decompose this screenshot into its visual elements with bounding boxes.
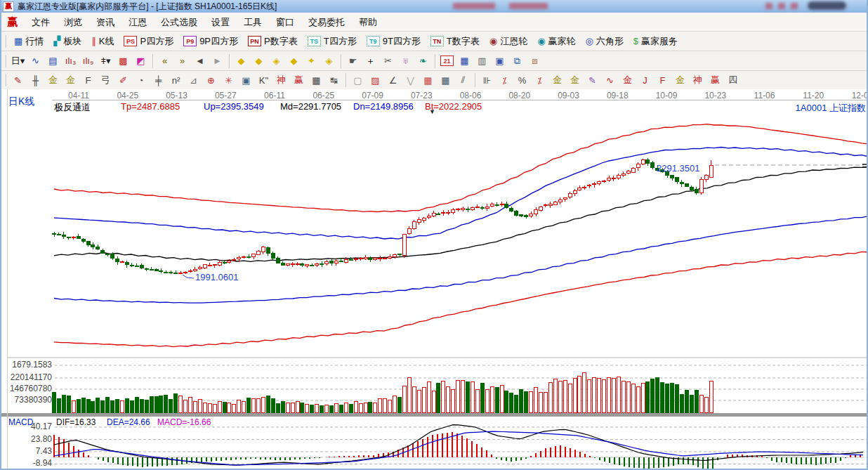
purple-tool[interactable]: ♅ [397,53,414,69]
ying-angle-icon[interactable]: 赢 [707,72,723,89]
tb-winner-service[interactable]: $赢家服务 [629,35,683,48]
boxed-grid-icon[interactable]: ▣ [238,72,254,89]
target-red-icon[interactable]: ⊕ [203,72,219,89]
save-icon[interactable]: ▣ [492,53,508,69]
menu-trade-entrust[interactable]: 交易委托 [301,17,352,27]
tb-t-square[interactable]: TST四方形 [303,35,362,48]
chart-canvas[interactable]: 2291.35011991.0601 [1,89,868,470]
percent-icon[interactable]: % [514,72,530,89]
indicator-dropdown-caret[interactable]: ▼ [429,108,435,115]
percent-levels-icon[interactable]: ⁒ [532,72,548,89]
n-squared-icon[interactable]: n² [168,72,184,89]
jump-end-button[interactable]: » [174,53,190,69]
draw-pencil-icon[interactable]: ✎ [10,72,26,89]
time-cycle-icon[interactable]: ◔ [133,72,149,89]
period-day-dropdown[interactable]: 日▾ [10,53,26,69]
gold-circle-icon[interactable]: 金 [549,72,565,89]
jump-start-button[interactable]: « [157,53,173,69]
tb-sectors[interactable]: ▞板块 [48,35,86,48]
export-screen-icon[interactable]: ⧉ [509,53,525,69]
gold-angle-icon[interactable]: 金 [672,72,688,89]
candle-type-dropdown[interactable]: ǂ▾ [98,53,114,69]
k-quote-icon[interactable]: K" [256,72,272,89]
width-arrows-icon[interactable]: ↹ [326,72,342,89]
percent-line-red-icon[interactable]: ⁒ [497,72,513,89]
kline-period-label[interactable]: 日K线 [8,96,34,108]
tb-p-table[interactable]: PNP数字表 [243,35,303,48]
grid-dark-icon[interactable]: ▦ [438,72,454,89]
ruler2-icon[interactable]: ╪ [150,72,166,89]
ray-fan-red-icon[interactable]: ▨ [367,72,383,89]
flag-chart-icon[interactable]: ◩ [133,53,149,69]
f-grid-icon[interactable]: F [80,72,96,89]
chart-3-icon[interactable]: ılı₃ [63,53,79,69]
bow-spiral-icon[interactable]: 弓 [98,72,114,89]
gold-levels-icon[interactable]: 金 [567,72,583,89]
wave-red-icon[interactable]: ∿ [602,72,618,89]
nav-diamond-left[interactable]: ◆ [233,53,249,69]
zigzag-wave-icon[interactable]: ∿ [27,53,44,69]
f-angle-icon[interactable]: F [655,72,671,89]
tb-9t-square[interactable]: T99T四方形 [362,35,426,48]
indicator-name-label[interactable]: 极反通道 [54,101,91,112]
tb-winner-wheel[interactable]: ◉赢家轮 [532,35,580,48]
menu-window[interactable]: 窗口 [269,17,301,27]
menu-gann[interactable]: 江恩 [121,17,154,27]
cut-measure-tool[interactable]: ✂ [380,53,396,69]
menu-help[interactable]: 帮助 [352,17,384,27]
j-angle-icon[interactable]: J [637,72,653,89]
pencil2-icon[interactable]: ✐ [115,72,131,89]
nav-diamond-all[interactable]: ◈ [321,53,337,69]
nav-diamond-h[interactable]: ◈ [268,53,284,69]
menu-file[interactable]: 文件 [25,17,57,27]
symbol-label[interactable]: 1A0001 上证指数 [796,102,866,115]
step-forward-button[interactable]: ► [209,53,225,69]
parallel-lines-icon[interactable]: ⫽ [455,72,471,89]
tb-quotes[interactable]: ▦行情 [9,35,48,48]
nav-diamond-x[interactable]: ◆ [286,53,302,69]
pencil-bit-icon[interactable]: ✎ [584,72,600,89]
menu-formula-stock-pick[interactable]: 公式选股 [154,17,204,27]
tb-hexagon[interactable]: ◎六角形 [580,35,628,48]
frame-box-icon[interactable]: ▢ [350,72,366,89]
note-list-icon[interactable]: ▤ [45,53,61,69]
crosshair-tool[interactable]: ＋ [362,53,379,69]
shen-angle-icon[interactable]: 神 [690,72,706,89]
v-dots-icon[interactable]: ⋁ [402,72,419,89]
remote-service-icon[interactable]: ⧈ [527,53,543,69]
menu-settings[interactable]: 设置 [204,17,237,27]
menu-browse[interactable]: 浏览 [57,17,89,27]
teal-tool[interactable]: ❧ [415,53,431,69]
shen-tool-icon[interactable]: 神 [273,72,289,89]
gold-grid-icon[interactable]: 金 [45,72,61,89]
gold-underline-icon[interactable]: 金 [619,72,636,89]
percent-levels-icon-glyph: ⁒ [538,75,542,86]
nav-diamond-star[interactable]: ✦ [303,53,320,69]
gold-grid2-icon[interactable]: 金 [63,72,79,89]
menu-news[interactable]: 资讯 [89,17,121,27]
trend-lines-icon[interactable]: ∠ [385,72,401,89]
starburst-icon[interactable]: ✳ [221,72,237,89]
calculator-icon[interactable]: ▦ [456,53,473,69]
tb-t-table[interactable]: TNT数字表 [426,35,485,48]
grid-red-icon[interactable]: ▦ [420,72,436,89]
grid-123-icon[interactable]: ▦ [308,72,324,89]
chart-9-icon[interactable]: ılı₉ [80,53,96,69]
tb-gann-wheel[interactable]: ◉江恩轮 [485,35,532,48]
hand-pan-tool[interactable]: ☛ [345,53,361,69]
measure-bars-icon[interactable]: ⊪ [479,72,495,89]
volume-scale-label: 220141170 [7,372,52,382]
angle-mirror-icon[interactable]: ⊿ [185,72,202,89]
red-region-icon[interactable]: ▩ [115,53,131,69]
ruler-grid-icon[interactable]: ╫ [27,72,44,89]
tb-p-square[interactable]: PSP四方形 [119,35,178,48]
calendar-21-icon[interactable]: 21 [439,53,455,69]
notepad-icon[interactable]: ▥ [474,53,490,69]
menu-tools[interactable]: 工具 [237,17,269,27]
si-angle-icon[interactable]: 四 [725,72,741,89]
step-back-button[interactable]: ◄ [192,53,208,69]
tb-9p-square[interactable]: P99P四方形 [178,35,243,48]
tb-kline[interactable]: ∥K线 [86,35,119,48]
ying-tool-icon[interactable]: 赢 [291,72,307,89]
nav-diamond-right[interactable]: ◆ [251,53,267,69]
